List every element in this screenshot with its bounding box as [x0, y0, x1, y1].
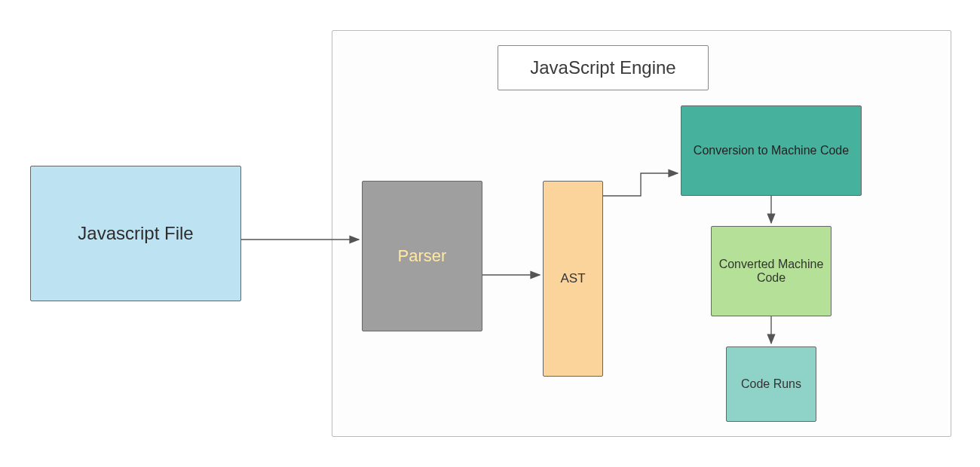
node-js-file-label: Javascript File: [78, 223, 193, 244]
node-code-runs: Code Runs: [726, 346, 816, 422]
node-js-file: Javascript File: [30, 166, 241, 301]
node-ast: AST: [543, 181, 603, 377]
node-machine-conversion: Conversion to Machine Code: [681, 105, 862, 196]
node-parser: Parser: [362, 181, 482, 331]
node-ast-label: AST: [560, 271, 585, 286]
node-converted-code-label: Converted Machine Code: [716, 258, 826, 285]
engine-title: JavaScript Engine: [498, 45, 709, 90]
node-converted-code: Converted Machine Code: [711, 226, 831, 316]
node-parser-label: Parser: [398, 246, 447, 266]
node-machine-conversion-label: Conversion to Machine Code: [694, 144, 849, 157]
node-code-runs-label: Code Runs: [741, 377, 801, 391]
diagram-canvas: JavaScript Engine Javascript File Parser…: [0, 0, 980, 467]
engine-title-text: JavaScript Engine: [530, 57, 675, 78]
